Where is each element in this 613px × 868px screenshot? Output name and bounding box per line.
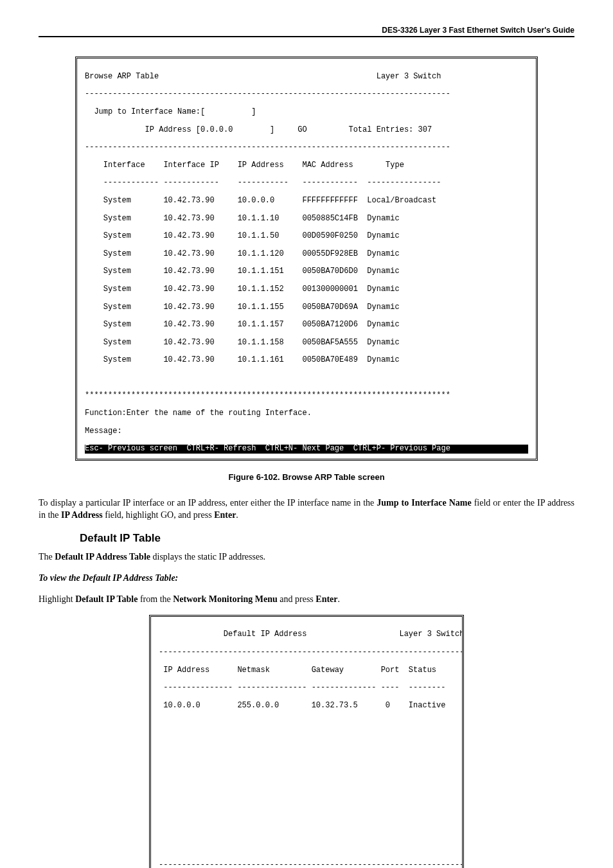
header-rule: DES-3326 Layer 3 Fast Ethernet Switch Us… [39, 26, 574, 37]
header-guide-title: DES-3326 Layer 3 Fast Ethernet Switch Us… [39, 26, 574, 35]
arp-row: System 10.42.73.90 10.1.1.161 0050BA70E4… [85, 356, 528, 365]
arp-row: System 10.42.73.90 10.1.1.158 0050BAF5A5… [85, 339, 528, 348]
arp-row: System 10.42.73.90 10.1.1.10 0050885C14F… [85, 215, 528, 224]
defip-column-dash: --------------- --------------- --------… [159, 684, 454, 693]
document-page: DES-3326 Layer 3 Fast Ethernet Switch Us… [0, 0, 613, 868]
heading-default-ip-table: Default IP Table [80, 532, 574, 545]
defip-columns: IP Address Netmask Gateway Port Status [159, 666, 454, 675]
arp-row: System 10.42.73.90 10.1.1.152 0013000000… [85, 285, 528, 294]
network-monitoring-menu: Network Monitoring Menu [173, 594, 278, 604]
jump-field-name: Jump to Interface Name [377, 498, 471, 508]
arp-row: System 10.42.73.90 10.0.0.0 FFFFFFFFFFFF… [85, 197, 528, 206]
defip-star: ----------------------------------------… [159, 861, 454, 868]
arp-dash2: ----------------------------------------… [85, 143, 528, 152]
figure-caption-arp: Figure 6-102. Browse ARP Table screen [39, 472, 574, 482]
defip-title-left: Default IP Address [159, 630, 306, 639]
enter-key: Enter [214, 510, 236, 520]
arp-column-dash: ------------ ------------ ----------- --… [85, 179, 528, 188]
ip-address-field-name: IP Address [61, 510, 103, 520]
arp-row: System 10.42.73.90 10.1.1.157 0050BA7120… [85, 321, 528, 330]
arp-title-right: Layer 3 Switch [377, 72, 441, 81]
heading-view-default-ip: To view the Default IP Address Table: [39, 572, 574, 585]
arp-jump-label: Jump to Interface Name:[ ] [85, 107, 256, 116]
arp-ip-line: IP Address [0.0.0.0 ] GO Total Entries: … [85, 126, 528, 135]
arp-function-line: Function:Enter the name of the routing I… [85, 409, 528, 418]
defip-dash1: ----------------------------------------… [159, 648, 454, 657]
arp-table-terminal: Browse ARP Table Layer 3 Switch --------… [75, 57, 538, 461]
arp-row: System 10.42.73.90 10.1.1.120 00055DF928… [85, 250, 528, 259]
enter-key: Enter [315, 594, 337, 604]
arp-row: System 10.42.73.90 10.1.1.155 0050BA70D6… [85, 303, 528, 312]
default-ip-menu-item: Default IP Table [75, 594, 138, 604]
defip-title-right: Layer 3 Switch [399, 630, 464, 639]
arp-row: System 10.42.73.90 10.1.1.151 0050BA70D6… [85, 267, 528, 276]
paragraph-highlight-default: Highlight Default IP Table from the Netw… [39, 594, 574, 606]
default-ip-terminal: Default IP Address Layer 3 Switch ------… [149, 615, 464, 868]
arp-row: System 10.42.73.90 10.1.1.50 00D0590F025… [85, 232, 528, 241]
paragraph-jump-instructions: To display a particular IP interface or … [39, 497, 574, 522]
arp-dash1: ----------------------------------------… [85, 90, 528, 99]
arp-column-headers: Interface Interface IP IP Address MAC Ad… [85, 161, 528, 170]
paragraph-default-ip-desc: The Default IP Address Table displays th… [39, 551, 574, 563]
arp-footer-keys: Esc- Previous screen CTRL+R- Refresh CTR… [85, 445, 528, 454]
default-ip-table-name: Default IP Address Table [55, 552, 150, 562]
defip-row: 10.0.0.0 255.0.0.0 10.32.73.5 0 Inactive [159, 702, 454, 711]
arp-title-left: Browse ARP Table [85, 72, 159, 81]
arp-star-line: ****************************************… [85, 391, 528, 400]
arp-message-line: Message: [85, 427, 528, 436]
